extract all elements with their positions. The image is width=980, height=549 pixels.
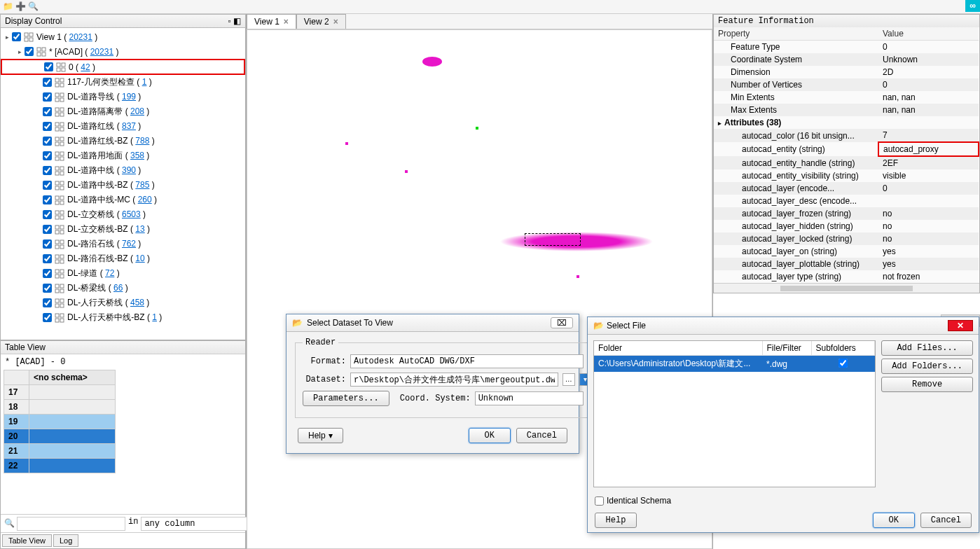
property-row[interactable]: Dimension2D bbox=[714, 66, 979, 78]
layer-row[interactable]: 0 ( 42 ) bbox=[1, 59, 245, 75]
subfolders-cell[interactable] bbox=[811, 356, 875, 373]
ok-button[interactable]: OK bbox=[873, 513, 915, 528]
layer-checkbox[interactable] bbox=[43, 195, 52, 204]
layer-checkbox[interactable] bbox=[43, 254, 52, 263]
property-row[interactable]: Min Extentsnan, nan bbox=[714, 91, 979, 104]
layer-checkbox[interactable] bbox=[43, 107, 52, 116]
property-row[interactable]: autocad_layer type (string)not frozen bbox=[714, 270, 979, 283]
layer-row[interactable]: DL-路沿石线-BZ ( 10 ) bbox=[1, 251, 245, 266]
layer-checkbox[interactable] bbox=[43, 313, 52, 322]
layer-checkbox[interactable] bbox=[43, 78, 52, 87]
filter-col[interactable]: File/Filter bbox=[762, 341, 811, 356]
property-row[interactable]: autocad_layer_plottable (string)yes bbox=[714, 258, 979, 270]
subfolders-col[interactable]: Subfolders bbox=[811, 341, 875, 356]
property-row[interactable]: autocad_entity (string)autocad_proxy bbox=[714, 142, 979, 156]
property-row[interactable]: autocad_layer_hidden (string)no bbox=[714, 220, 979, 232]
layer-row[interactable]: DL-道路用地面 ( 358 ) bbox=[1, 148, 245, 163]
close-icon[interactable]: × bbox=[284, 17, 289, 27]
tree-acad[interactable]: ▸* [ACAD] ( 20231 ) bbox=[1, 44, 245, 59]
layer-row[interactable]: DL-道路中线-MC ( 260 ) bbox=[1, 193, 245, 207]
add-folders-button[interactable]: Add Folders... bbox=[881, 359, 973, 374]
property-row[interactable]: Coordinate SystemUnknown bbox=[714, 53, 979, 66]
layer-row[interactable]: DL-桥梁线 ( 66 ) bbox=[1, 281, 245, 296]
table-row[interactable]: 17 bbox=[4, 385, 116, 400]
table-row[interactable]: 22 bbox=[4, 459, 116, 473]
property-row[interactable]: autocad_layer_locked (string)no bbox=[714, 232, 979, 245]
layer-row[interactable]: DL-道路中线 ( 390 ) bbox=[1, 163, 245, 178]
feature-info-grid[interactable]: PropertyValue Feature Type0Coordinate Sy… bbox=[714, 27, 979, 283]
layer-row[interactable]: DL-人行天桥线 ( 458 ) bbox=[1, 296, 245, 310]
property-row[interactable]: Max Extentsnan, nan bbox=[714, 104, 979, 116]
layer-checkbox[interactable] bbox=[12, 32, 21, 41]
toolbar-icon[interactable]: ➕ bbox=[15, 1, 27, 13]
layer-checkbox[interactable] bbox=[43, 122, 52, 131]
layer-checkbox[interactable] bbox=[43, 151, 52, 160]
property-row[interactable]: autocad_layer_on (string)yes bbox=[714, 245, 979, 258]
layer-row[interactable]: DL-道路隔离带 ( 208 ) bbox=[1, 104, 245, 119]
tab-table-view[interactable]: Table View bbox=[2, 534, 52, 547]
property-row[interactable]: autocad_color (16 bit unsign...7 bbox=[714, 129, 979, 142]
layer-row[interactable]: DL-绿道 ( 72 ) bbox=[1, 266, 245, 281]
panel-buttons[interactable]: ▫ ◧ bbox=[228, 16, 241, 26]
folder-col[interactable]: Folder bbox=[594, 341, 762, 356]
layer-checkbox[interactable] bbox=[43, 284, 52, 293]
layer-row[interactable]: DL-道路中线-BZ ( 785 ) bbox=[1, 178, 245, 193]
layer-row[interactable]: DL-路沿石线 ( 762 ) bbox=[1, 237, 245, 251]
display-control-panel[interactable]: ▸View 1 ( 20231 )▸* [ACAD] ( 20231 )0 ( … bbox=[0, 28, 246, 340]
coord-combo[interactable] bbox=[475, 391, 584, 405]
property-row[interactable]: autocad_layer_frozen (string)no bbox=[714, 207, 979, 220]
subfolder-checkbox[interactable] bbox=[838, 359, 848, 368]
layer-row[interactable]: DL-人行天桥中线-BZ ( 1 ) bbox=[1, 310, 245, 325]
layer-row[interactable]: DL-道路红线-BZ ( 788 ) bbox=[1, 134, 245, 148]
parameters-button[interactable]: Parameters... bbox=[303, 391, 389, 406]
no-schema-header[interactable]: <no schema> bbox=[29, 370, 116, 385]
close-icon[interactable]: × bbox=[333, 17, 338, 27]
toolbar-icon[interactable]: 🔍 bbox=[28, 1, 39, 13]
layer-checkbox[interactable] bbox=[25, 47, 34, 56]
property-row[interactable]: ▸Attributes (38) bbox=[714, 116, 979, 129]
table-row[interactable]: 20 bbox=[4, 429, 116, 444]
layer-checkbox[interactable] bbox=[43, 166, 52, 175]
search-input[interactable] bbox=[17, 517, 125, 531]
layer-row[interactable]: DL-道路红线 ( 837 ) bbox=[1, 119, 245, 134]
property-row[interactable]: autocad_layer_desc (encode... bbox=[714, 195, 979, 207]
tree-root[interactable]: ▸View 1 ( 20231 ) bbox=[1, 29, 245, 44]
add-files-button[interactable]: Add Files... bbox=[881, 340, 973, 356]
property-row[interactable]: Number of Vertices0 bbox=[714, 78, 979, 91]
layer-row[interactable]: DL-立交桥线-BZ ( 13 ) bbox=[1, 222, 245, 237]
horizontal-scrollbar[interactable] bbox=[714, 283, 979, 293]
table-row[interactable]: 21 bbox=[4, 444, 116, 459]
layer-row[interactable]: DL-道路导线 ( 199 ) bbox=[1, 90, 245, 104]
ok-button[interactable]: OK bbox=[469, 428, 511, 443]
layer-checkbox[interactable] bbox=[43, 210, 52, 219]
toolbar-icon[interactable]: 📁 bbox=[3, 1, 14, 13]
format-combo[interactable] bbox=[350, 354, 584, 368]
cancel-button[interactable]: Cancel bbox=[516, 428, 567, 443]
file-row[interactable]: C:\Users\Administrator\Desktop\新建文... *.… bbox=[594, 356, 875, 373]
layer-checkbox[interactable] bbox=[43, 181, 52, 190]
property-row[interactable]: autocad_layer (encode...0 bbox=[714, 182, 979, 195]
close-button[interactable]: ✕ bbox=[948, 320, 973, 331]
help-button[interactable]: Help bbox=[595, 513, 637, 528]
layer-checkbox[interactable] bbox=[43, 239, 52, 249]
layer-checkbox[interactable] bbox=[43, 92, 52, 102]
view2-tab[interactable]: View 2× bbox=[296, 14, 346, 29]
view1-tab[interactable]: View 1× bbox=[247, 14, 296, 29]
layer-checkbox[interactable] bbox=[43, 269, 52, 278]
layer-checkbox[interactable] bbox=[43, 298, 52, 307]
help-button[interactable]: Help▾ bbox=[298, 428, 343, 443]
identical-schema-checkbox[interactable] bbox=[595, 496, 604, 506]
layer-checkbox[interactable] bbox=[43, 137, 52, 146]
layer-row[interactable]: 117-几何类型检查 ( 1 ) bbox=[1, 75, 245, 90]
remove-button[interactable]: Remove bbox=[881, 377, 973, 392]
layer-checkbox[interactable] bbox=[43, 225, 52, 234]
dataset-input[interactable] bbox=[350, 373, 558, 387]
browse-button[interactable]: … bbox=[563, 373, 575, 386]
file-list[interactable]: Folder File/Filter Subfolders C:\Users\A… bbox=[593, 340, 876, 487]
table-row[interactable]: 19 bbox=[4, 415, 116, 429]
layer-row[interactable]: DL-立交桥线 ( 6503 ) bbox=[1, 207, 245, 222]
cancel-button[interactable]: Cancel bbox=[920, 513, 972, 528]
layer-checkbox[interactable] bbox=[44, 62, 53, 71]
property-row[interactable]: autocad_entity_handle (string)2EF bbox=[714, 156, 979, 169]
tab-log[interactable]: Log bbox=[53, 534, 78, 547]
